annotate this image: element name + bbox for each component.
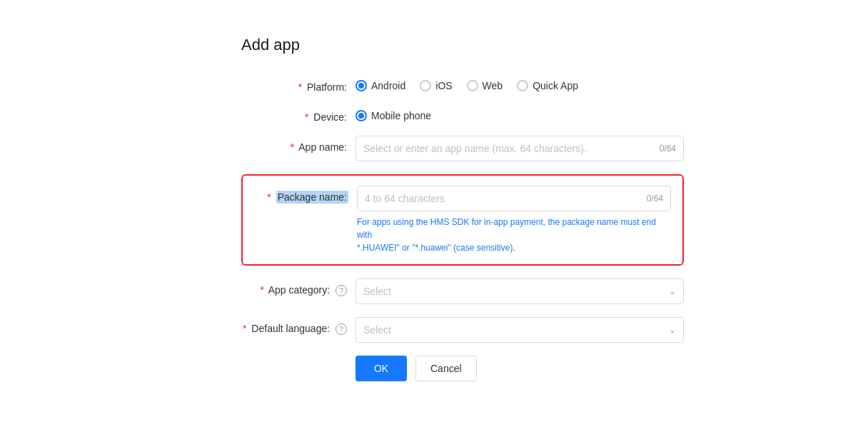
package-name-section: * Package name: 0/64 For apps using the … — [241, 174, 684, 266]
default-language-select[interactable]: Select ⌄ — [355, 317, 684, 343]
button-row: OK Cancel — [241, 356, 684, 381]
radio-mobile-phone-circle — [355, 110, 367, 121]
default-language-label: * Default language: ? — [241, 317, 355, 335]
app-category-required: * — [260, 284, 263, 296]
default-language-placeholder: Select — [363, 324, 391, 336]
app-category-select[interactable]: Select ⌄ — [355, 278, 684, 304]
radio-web-label: Web — [483, 80, 503, 91]
package-name-char-count: 0/64 — [647, 194, 663, 204]
device-label: * Device: — [241, 106, 355, 123]
radio-android-circle — [355, 80, 367, 91]
radio-ios[interactable]: iOS — [420, 80, 452, 91]
radio-quick-app[interactable]: Quick App — [517, 80, 578, 91]
package-name-content: 0/64 For apps using the HMS SDK for in-a… — [357, 186, 671, 254]
radio-android[interactable]: Android — [355, 80, 405, 91]
app-name-row: * App name: 0/64 — [241, 136, 684, 161]
platform-row: * Platform: Android iOS Web — [241, 76, 684, 93]
platform-required: * — [298, 81, 302, 93]
chevron-down-icon: ⌄ — [669, 286, 676, 296]
form-wrapper: Add app * Platform: Android iOS — [184, 36, 684, 381]
cancel-button[interactable]: Cancel — [415, 356, 477, 381]
app-name-content: 0/64 — [355, 136, 684, 161]
radio-mobile-phone-label: Mobile phone — [371, 110, 431, 121]
radio-web[interactable]: Web — [467, 80, 503, 91]
package-name-label-text: Package name: — [276, 191, 348, 204]
default-language-help-icon[interactable]: ? — [335, 323, 347, 335]
radio-mobile-phone[interactable]: Mobile phone — [355, 110, 431, 121]
package-name-hint: For apps using the HMS SDK for in-app pa… — [357, 216, 671, 254]
page-title: Add app — [241, 36, 684, 54]
radio-quick-app-label: Quick App — [533, 80, 578, 91]
app-name-input[interactable] — [363, 143, 654, 154]
platform-radio-group: Android iOS Web Quick App — [355, 76, 684, 91]
radio-web-circle — [467, 80, 478, 91]
app-name-input-wrapper: 0/64 — [355, 136, 684, 161]
radio-quick-app-circle — [517, 80, 528, 91]
device-required: * — [305, 111, 308, 123]
radio-ios-circle — [420, 80, 431, 91]
ok-button[interactable]: OK — [355, 356, 407, 381]
device-radio-group: Mobile phone — [355, 106, 684, 121]
package-name-input-wrapper: 0/64 — [357, 186, 671, 211]
app-name-required: * — [291, 141, 294, 153]
device-content: Mobile phone — [355, 106, 684, 121]
radio-android-label: Android — [371, 80, 405, 91]
chevron-down-icon-2: ⌄ — [669, 325, 676, 335]
app-name-char-count: 0/64 — [660, 144, 676, 154]
app-name-label: * App name: — [241, 136, 355, 153]
app-category-content: Select ⌄ — [355, 278, 684, 304]
radio-ios-label: iOS — [435, 80, 452, 91]
package-name-input[interactable] — [365, 193, 641, 204]
platform-label: * Platform: — [241, 76, 355, 93]
app-category-placeholder: Select — [363, 286, 391, 297]
app-category-label: * App category: ? — [241, 278, 355, 296]
default-language-content: Select ⌄ — [355, 317, 684, 343]
platform-content: Android iOS Web Quick App — [355, 76, 684, 91]
page-container: Add app * Platform: Android iOS — [0, 0, 868, 417]
default-language-row: * Default language: ? Select ⌄ — [241, 317, 684, 343]
device-row: * Device: Mobile phone — [241, 106, 684, 123]
app-category-help-icon[interactable]: ? — [335, 285, 347, 296]
package-name-required: * — [267, 191, 271, 203]
default-language-required: * — [243, 323, 246, 334]
package-name-label: * Package name: — [243, 186, 357, 203]
app-category-row: * App category: ? Select ⌄ — [241, 278, 684, 304]
